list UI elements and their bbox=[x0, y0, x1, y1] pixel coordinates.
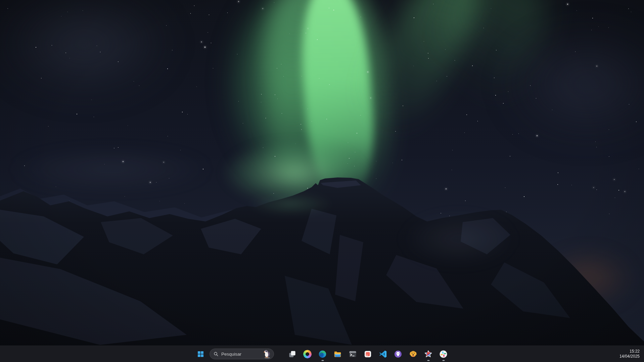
slack-button[interactable] bbox=[436, 347, 450, 361]
terminal-icon bbox=[349, 350, 357, 358]
red-app-icon bbox=[364, 350, 372, 358]
puffin-icon[interactable] bbox=[263, 349, 272, 359]
bruno-dog-icon bbox=[409, 350, 417, 358]
running-indicator bbox=[427, 360, 429, 361]
edge-icon bbox=[318, 350, 327, 358]
slack-icon bbox=[439, 350, 448, 358]
task-view-icon bbox=[288, 350, 296, 358]
edge-button[interactable] bbox=[316, 347, 329, 361]
task-view-button[interactable] bbox=[285, 347, 299, 361]
running-indicator bbox=[321, 360, 324, 361]
copilot-button[interactable] bbox=[301, 347, 314, 361]
clock-date: 14/04/2025 bbox=[619, 354, 640, 359]
github-desktop-button[interactable] bbox=[391, 347, 405, 361]
vscode-button[interactable] bbox=[376, 347, 390, 361]
file-explorer-button[interactable] bbox=[331, 347, 344, 361]
vscode-icon bbox=[379, 350, 387, 358]
github-desktop-icon bbox=[394, 350, 402, 358]
star-app-icon bbox=[424, 350, 432, 358]
taskbar-clock[interactable]: 15:22 14/04/2025 bbox=[616, 346, 643, 362]
terminal-button[interactable] bbox=[346, 347, 360, 361]
search-input[interactable]: Pesquisar bbox=[210, 349, 274, 359]
windows-logo-icon bbox=[198, 351, 203, 357]
star-app-button[interactable] bbox=[421, 347, 435, 361]
running-indicator bbox=[442, 360, 445, 361]
clock-time: 15:22 bbox=[630, 349, 640, 354]
desktop[interactable] bbox=[0, 0, 644, 362]
start-button[interactable] bbox=[194, 347, 208, 361]
search-placeholder: Pesquisar bbox=[221, 352, 263, 357]
file-explorer-icon bbox=[333, 350, 342, 358]
search-icon bbox=[214, 352, 219, 357]
red-app-button[interactable] bbox=[361, 347, 375, 361]
bruno-button[interactable] bbox=[406, 347, 420, 361]
taskbar-center-group: Pesquisar bbox=[194, 346, 450, 362]
copilot-icon bbox=[302, 349, 313, 359]
vignette bbox=[0, 0, 644, 362]
taskbar: Pesquisar bbox=[0, 346, 644, 362]
